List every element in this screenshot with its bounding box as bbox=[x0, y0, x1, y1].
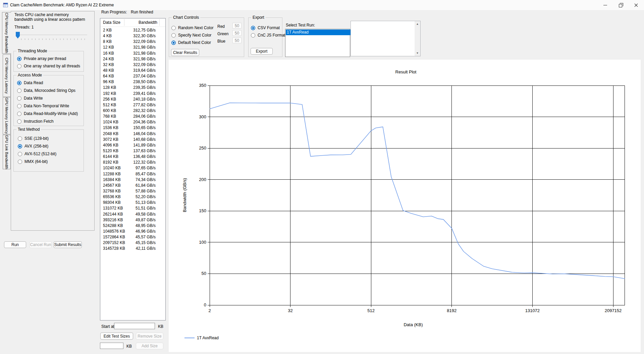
column-header-data-size[interactable]: Data Size bbox=[103, 20, 120, 25]
table-row[interactable]: 8192 KB122,32 GB/s bbox=[100, 160, 165, 165]
table-row[interactable]: 12 KB321,98 GB/s bbox=[100, 45, 165, 50]
radio-color-mode-specify-next-color[interactable]: Specify Next Color bbox=[171, 33, 211, 38]
radio-color-mode-default-next-color[interactable]: Default Next Color bbox=[171, 40, 211, 45]
column-header-bandwidth[interactable]: Bandwidth bbox=[139, 20, 157, 25]
radio-method-mmx-64-bit-[interactable]: MMX (64-bit) bbox=[18, 159, 48, 164]
radio-export-csv-format[interactable]: CSV Format bbox=[251, 25, 280, 31]
table-row[interactable]: 48 KB319,64 GB/s bbox=[100, 68, 165, 73]
close-button[interactable] bbox=[628, 0, 644, 10]
side-tab-cpu-memory-bandwidth[interactable]: CPU Memory Bandwidth bbox=[2, 12, 11, 54]
table-row[interactable]: 4096 KB141,89 GB/s bbox=[100, 142, 165, 148]
table-row[interactable]: 1024 KB204,36 GB/s bbox=[100, 119, 165, 125]
radio-button-icon[interactable] bbox=[18, 160, 22, 164]
table-row[interactable]: 600 KB282,32 GB/s bbox=[100, 108, 165, 114]
table-row[interactable]: 192 KB239,41 GB/s bbox=[100, 91, 165, 97]
add-size-input[interactable] bbox=[100, 343, 123, 349]
table-row[interactable]: 24567 KB61,84 GB/s bbox=[100, 183, 165, 188]
export-button[interactable]: Export bbox=[251, 48, 273, 55]
results-table[interactable]: Data Size Bandwidth 2 KB312,75 GB/s4 KB3… bbox=[100, 18, 166, 320]
table-row[interactable]: 2048 KB146,04 GB/s bbox=[100, 131, 165, 137]
radio-button-icon[interactable] bbox=[17, 64, 21, 68]
table-row[interactable]: 1572864 KB45,57 GB/s bbox=[100, 234, 165, 240]
restore-button[interactable] bbox=[613, 0, 628, 10]
radio-method-sse-128-bit-[interactable]: SSE (128-bit) bbox=[18, 136, 49, 141]
radio-button-icon[interactable] bbox=[251, 26, 255, 30]
test-run-listbox[interactable]: 1T AvxRead bbox=[285, 29, 350, 57]
results-table-header[interactable]: Data Size Bandwidth bbox=[100, 18, 165, 27]
minimize-button[interactable] bbox=[597, 0, 613, 10]
radio-color-mode-random-next-color[interactable]: Random Next Color bbox=[171, 25, 213, 31]
table-row[interactable]: 131072 KB51,51 GB/s bbox=[100, 205, 165, 211]
radio-access-data-microcoded-string-ops[interactable]: Data, Microcoded String Ops bbox=[17, 88, 75, 93]
scroll-up-icon[interactable]: ▲ bbox=[415, 21, 420, 27]
radio-button-icon[interactable] bbox=[18, 136, 22, 141]
radio-button-icon[interactable] bbox=[251, 33, 255, 38]
table-row[interactable]: 12288 KB85,47 GB/s bbox=[100, 171, 165, 177]
radio-button-icon[interactable] bbox=[17, 119, 21, 124]
radio-button-icon[interactable] bbox=[17, 57, 21, 61]
scroll-down-icon[interactable]: ▼ bbox=[415, 50, 420, 56]
table-row[interactable]: 65536 KB52,20 GB/s bbox=[100, 194, 165, 200]
radio-button-icon[interactable] bbox=[17, 96, 21, 101]
radio-button-icon[interactable] bbox=[171, 33, 176, 38]
table-row[interactable]: 512 KB277,82 GB/s bbox=[100, 102, 165, 108]
radio-threading-private-array-per-thread[interactable]: Private array per thread bbox=[17, 56, 66, 61]
table-row[interactable]: 64 KB237,04 GB/s bbox=[100, 73, 165, 79]
radio-access-data-write[interactable]: Data Write bbox=[17, 96, 43, 101]
radio-threading-one-array-shared-by-all-threads[interactable]: One array shared by all threads bbox=[17, 63, 80, 69]
radio-access-instruction-fetch[interactable]: Instruction Fetch bbox=[17, 119, 54, 124]
table-row[interactable]: 6144 KB136,48 GB/s bbox=[100, 154, 165, 160]
side-tab-gpu-memory-latency[interactable]: GPU Memory Latency bbox=[3, 97, 11, 134]
edit-test-sizes-button[interactable]: Edit Test Sizes bbox=[100, 333, 133, 340]
column-divider[interactable] bbox=[124, 19, 124, 26]
table-row[interactable]: 393216 KB49,87 GB/s bbox=[100, 217, 165, 223]
table-row[interactable]: 32768 KB57,88 GB/s bbox=[100, 188, 165, 194]
table-row[interactable]: 98304 KB51,13 GB/s bbox=[100, 200, 165, 205]
radio-button-icon[interactable] bbox=[18, 144, 22, 149]
table-row[interactable]: 24 KB321,98 GB/s bbox=[100, 56, 165, 62]
radio-method-avx-256-bit-[interactable]: AVX (256-bit) bbox=[18, 143, 48, 149]
radio-button-icon[interactable] bbox=[171, 41, 176, 45]
radio-button-icon[interactable] bbox=[18, 152, 22, 156]
table-row[interactable]: 8 KB322,09 GB/s bbox=[100, 39, 165, 45]
table-row[interactable]: 768 KB284,06 GB/s bbox=[100, 114, 165, 119]
table-row[interactable]: 262144 KB49,58 GB/s bbox=[100, 212, 165, 217]
column-divider[interactable] bbox=[159, 19, 160, 26]
radio-button-icon[interactable] bbox=[17, 81, 21, 85]
clear-results-button[interactable]: Clear Results bbox=[171, 49, 199, 56]
notes-textarea[interactable]: ▲ ▼ bbox=[351, 21, 421, 56]
radio-button-icon[interactable] bbox=[171, 26, 176, 30]
side-tab-gpu-link-bandwidth[interactable]: GPU Link Bandwidth bbox=[3, 135, 11, 169]
table-row[interactable]: 524288 KB48,95 GB/s bbox=[100, 223, 165, 229]
threads-slider-track[interactable] bbox=[16, 35, 87, 35]
table-row[interactable]: 5120 KB137,63 GB/s bbox=[100, 148, 165, 154]
run-button[interactable]: Run bbox=[4, 241, 26, 248]
table-row[interactable]: 16384 KB74,34 GB/s bbox=[100, 177, 165, 183]
test-run-item[interactable]: 1T AvxRead bbox=[286, 30, 351, 35]
table-row[interactable]: 1048576 KB46,96 GB/s bbox=[100, 229, 165, 234]
table-row[interactable]: 3072 KB140,68 GB/s bbox=[100, 137, 165, 142]
radio-access-data-non-temporal-write[interactable]: Data Non-Temporal Write bbox=[17, 103, 69, 109]
table-row[interactable]: 2097152 KB45,15 GB/s bbox=[100, 240, 165, 246]
radio-button-icon[interactable] bbox=[17, 112, 21, 116]
table-row[interactable]: 2 KB312,75 GB/s bbox=[100, 27, 165, 33]
radio-method-avx-512-512-bit-[interactable]: AVX-512 (512-bit) bbox=[18, 151, 56, 157]
submit-results-button[interactable]: Submit Results bbox=[54, 241, 82, 248]
radio-access-data-read-modify-write-add-[interactable]: Data Read-Modify-Write (Add) bbox=[17, 111, 78, 116]
radio-button-icon[interactable] bbox=[17, 104, 21, 108]
table-row[interactable]: 256 KB240,18 GB/s bbox=[100, 97, 165, 102]
table-row[interactable]: 96 KB238,50 GB/s bbox=[100, 79, 165, 85]
radio-button-icon[interactable] bbox=[17, 88, 21, 93]
radio-export-cnc-js-format[interactable]: CnC JS Format bbox=[251, 33, 285, 38]
start-at-input[interactable] bbox=[114, 323, 155, 329]
table-row[interactable]: 1536 KB150,65 GB/s bbox=[100, 125, 165, 131]
table-row[interactable]: 32 KB322,09 GB/s bbox=[100, 62, 165, 68]
radio-access-data-read[interactable]: Data Read bbox=[17, 80, 43, 85]
table-row[interactable]: 3145728 KB42,11 GB/s bbox=[100, 246, 165, 251]
side-tab-cpu-memory-latency[interactable]: CPU Memory Latency bbox=[3, 54, 11, 97]
table-row[interactable]: 16 KB321,98 GB/s bbox=[100, 51, 165, 56]
table-row[interactable]: 10240 KB97,65 GB/s bbox=[100, 165, 165, 171]
table-row[interactable]: 128 KB239,35 GB/s bbox=[100, 85, 165, 91]
table-row[interactable]: 4 KB322,30 GB/s bbox=[100, 33, 165, 39]
notes-scrollbar[interactable]: ▲ ▼ bbox=[415, 21, 420, 56]
